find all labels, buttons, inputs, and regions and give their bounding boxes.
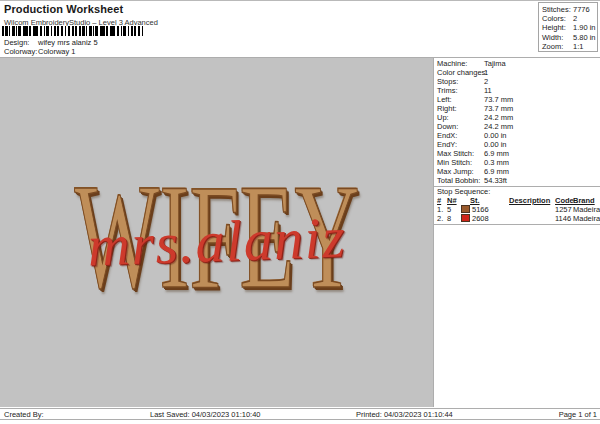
- machine-row: EndX:0.00 in: [434, 131, 600, 140]
- col-header-num: #: [437, 196, 447, 205]
- page-top-border: [0, 0, 600, 1]
- design-canvas: WIFEY mrs.alaniz: [0, 58, 433, 407]
- machine-row: Stops:2: [434, 77, 600, 86]
- machine-row: Max Stitch:6.9 mm: [434, 149, 600, 158]
- footer-last-saved: Last Saved: 04/03/2023 01:10:40: [150, 410, 261, 419]
- col-header-n: N#: [447, 196, 461, 205]
- colorway-label: Colorway:: [4, 47, 38, 56]
- page-title: Production Worksheet: [4, 3, 158, 15]
- machine-row: Left:73.7 mm: [434, 95, 600, 104]
- summary-row-colors: Colors:2: [542, 14, 597, 23]
- header: Production Worksheet Wilcom EmbroiderySt…: [4, 3, 158, 27]
- col-header-st: St.: [461, 196, 509, 205]
- summary-row-height: Height:1.90 in: [542, 23, 597, 32]
- footer-page-number: Page 1 of 1: [559, 410, 597, 419]
- footer-printed: Printed: 04/03/2023 01:10:44: [356, 410, 453, 419]
- thread-color-swatch: [461, 205, 470, 213]
- production-worksheet-page: Production Worksheet Wilcom EmbroiderySt…: [0, 0, 600, 424]
- machine-row: Min Stitch:0.3 mm: [434, 158, 600, 167]
- stop-sequence-row: 2. 8 2608 1146 Madeira Classic 40: [434, 214, 600, 223]
- footer-created-by: Created By:: [4, 410, 44, 419]
- design-row: Design:wifey mrs alaniz 5: [4, 38, 98, 47]
- machine-row: EndY:0.00 in: [434, 140, 600, 149]
- colorway-value: Colorway 1: [38, 47, 76, 56]
- machine-details-list: Machine:Tajima Color changes:1 Stops:2 T…: [434, 58, 600, 185]
- embroidery-script-text: mrs.alaniz: [86, 209, 346, 276]
- machine-row: Trims:11: [434, 86, 600, 95]
- machine-row: Down:24.2 mm: [434, 122, 600, 131]
- barcode-icon: [2, 26, 144, 36]
- design-label: Design:: [4, 38, 38, 47]
- stop-sequence-title: Stop Sequence:: [434, 187, 600, 196]
- machine-row: Up:24.2 mm: [434, 113, 600, 122]
- summary-row-width: Width:5.80 in: [542, 33, 597, 42]
- machine-details-panel: Machine:Tajima Color changes:1 Stops:2 T…: [433, 58, 600, 407]
- summary-row-stitches: Stitches:7776: [542, 5, 597, 14]
- footer-bottom-rule: [0, 419, 600, 420]
- machine-row: Right:73.7 mm: [434, 104, 600, 113]
- machine-row: Total Bobbin:54.33ft: [434, 176, 600, 185]
- design-value: wifey mrs alaniz 5: [38, 38, 98, 47]
- machine-row: Max Jump:6.9 mm: [434, 167, 600, 176]
- col-header-brand: Brand: [573, 196, 600, 205]
- stitch-summary-box: Stitches:7776 Colors:2 Height:1.90 in Wi…: [538, 2, 598, 52]
- col-header-description: Description: [509, 196, 555, 205]
- footer-top-rule: [0, 408, 600, 409]
- colorway-row: Colorway:Colorway 1: [4, 47, 76, 56]
- thread-color-swatch: [461, 214, 470, 222]
- machine-row: Machine:Tajima: [434, 59, 600, 68]
- machine-row: Color changes:1: [434, 68, 600, 77]
- stop-sequence-bottom-divider: [434, 224, 600, 225]
- stop-sequence-row: 1. 5 5166 1257 Madeira Classic 40: [434, 205, 600, 214]
- summary-row-zoom: Zoom:1:1: [542, 42, 597, 51]
- stop-sequence-header-row: # N# St. Description Code Brand: [434, 196, 600, 205]
- col-header-code: Code: [555, 196, 573, 205]
